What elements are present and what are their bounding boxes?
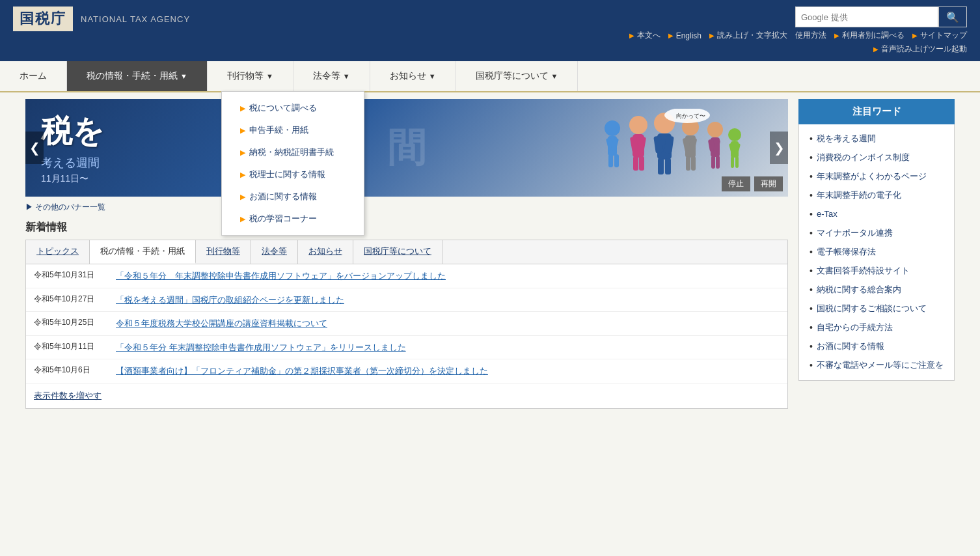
- sidebar-keyword-3[interactable]: • 年末調整手続の電子化: [810, 186, 944, 205]
- sidebar-keyword-9[interactable]: • 国税に関するご相談について: [810, 299, 944, 318]
- nav-tax-info[interactable]: 税の情報・手続・用紙▼: [67, 61, 208, 91]
- bullet-icon: •: [810, 189, 813, 202]
- nav-notices[interactable]: お知らせ▼: [370, 61, 456, 91]
- news-link-1[interactable]: 「税を考える週間」国税庁の取組紹介ページを更新しました: [116, 294, 344, 307]
- svg-text:向かって〜: 向かって〜: [676, 113, 705, 119]
- news-link-2[interactable]: 令和５年度税務大学校公開講座の講座資料掲載について: [116, 317, 327, 330]
- dropdown-item-0[interactable]: ▶ 税について調べる: [222, 97, 364, 119]
- svg-point-6: [629, 116, 647, 134]
- bullet-icon: •: [810, 245, 813, 259]
- bullet-icon: •: [810, 321, 813, 335]
- svg-rect-28: [711, 156, 715, 169]
- banner-subtitle: 考える週間: [41, 155, 104, 171]
- news-link-0[interactable]: 「令和５年分 年末調整控除申告書作成用ソフトウェア」をバージョンアップしました: [116, 270, 446, 283]
- sidebar-keyword-0[interactable]: • 税を考える週間: [810, 130, 944, 148]
- bullet-icon: •: [810, 132, 813, 146]
- dropdown-item-4[interactable]: ▶ お酒に関する情報: [222, 186, 364, 208]
- banner-stop-button[interactable]: 停止: [722, 176, 750, 191]
- main-content: 税を 考える週間 11月11日〜 間: [25, 99, 788, 409]
- bullet-icon: •: [810, 151, 813, 165]
- news-tabs: トピックス 税の情報・手続・用紙 刊行物等 法令等 お知らせ 国税庁等について: [25, 240, 788, 264]
- svg-rect-34: [731, 156, 734, 168]
- news-date-0: 令和5年10月31日: [34, 270, 105, 281]
- nav-home[interactable]: ホーム: [0, 61, 67, 91]
- sidebar-keyword-list: • 税を考える週間 • 消費税のインボイス制度 • 年末調整がよくわかるページ …: [798, 124, 955, 381]
- svg-point-24: [707, 122, 723, 137]
- news-link-4[interactable]: 【酒類事業者向け】「フロンティア補助金」の第２期採択事業者（第一次締切分）を決定…: [116, 365, 488, 378]
- top-nav: ▶本文へ ▶English ▶読み上げ・文字拡大 使用方法 ▶利用者別に調べる …: [629, 30, 967, 41]
- nav-laws[interactable]: 法令等▼: [293, 61, 370, 91]
- svg-rect-17: [665, 158, 671, 174]
- sidebar-keyword-8[interactable]: • 納税に関する総合案内: [810, 281, 944, 299]
- svg-rect-10: [633, 156, 638, 171]
- nav-about[interactable]: 国税庁等について▼: [456, 61, 578, 91]
- banner-controls: 停止 再開: [722, 176, 783, 191]
- top-nav-yomage[interactable]: ▶読み上げ・文字拡大: [709, 30, 787, 41]
- top-nav-english[interactable]: ▶English: [668, 30, 701, 41]
- table-row: 令和5年10月31日 「令和５年分 年末調整控除申告書作成用ソフトウェア」をバー…: [26, 264, 787, 288]
- sidebar-keyword-6[interactable]: • 電子帳簿保存法: [810, 243, 944, 262]
- bullet-icon: •: [810, 302, 813, 316]
- news-date-1: 令和5年10月27日: [34, 294, 105, 305]
- sidebar: 注目ワード • 税を考える週間 • 消費税のインボイス制度 • 年末調整がよくわ…: [798, 99, 955, 409]
- sidebar-keyword-2[interactable]: • 年末調整がよくわかるページ: [810, 167, 944, 186]
- news-section-title: 新着情報: [25, 221, 788, 234]
- search-button[interactable]: 🔍: [938, 7, 967, 27]
- news-tab-2[interactable]: 刊行物等: [196, 240, 251, 264]
- banner-prev-button[interactable]: ❮: [25, 132, 44, 164]
- sidebar-keyword-5[interactable]: • マイナポータル連携: [810, 224, 944, 243]
- news-date-2: 令和5年10月25日: [34, 317, 105, 328]
- svg-rect-35: [735, 156, 739, 168]
- news-tab-5[interactable]: 国税庁等について: [353, 240, 442, 264]
- top-nav-voice[interactable]: ▶音声読み上げツール起動: [873, 44, 967, 55]
- logo-kanji: 国税庁: [13, 7, 73, 31]
- bullet-icon: •: [810, 359, 813, 372]
- search-input[interactable]: [795, 7, 938, 27]
- bullet-icon: •: [810, 264, 813, 278]
- news-tab-4[interactable]: お知らせ: [298, 240, 353, 264]
- news-tab-1[interactable]: 税の情報・手続・用紙: [90, 240, 196, 264]
- header: 国税庁 NATIONAL TAX AGENCY 🔍 ▶本文へ ▶English …: [0, 0, 980, 60]
- banner-next-button[interactable]: ❯: [770, 132, 788, 164]
- top-nav-shiyo[interactable]: 使用方法: [795, 30, 826, 41]
- sidebar-keyword-1[interactable]: • 消費税のインボイス制度: [810, 148, 944, 167]
- svg-rect-11: [639, 156, 644, 171]
- banner-bg-text: 間: [387, 122, 426, 174]
- dropdown-menu: ▶ 税について調べる ▶ 申告手続・用紙 ▶ 納税・納税証明書手続 ▶ 税理士に…: [221, 91, 364, 236]
- other-banners-link[interactable]: ▶ その他のバナー一覧: [25, 202, 105, 212]
- top-nav-riyosha[interactable]: ▶利用者別に調べる: [834, 30, 905, 41]
- table-row: 令和5年10月27日 「税を考える週間」国税庁の取組紹介ページを更新しました: [26, 288, 787, 313]
- svg-rect-22: [686, 156, 690, 171]
- table-row: 令和5年10月25日 令和５年度税務大学校公開講座の講座資料掲載について: [26, 312, 787, 336]
- bullet-icon: •: [810, 208, 813, 221]
- sidebar-keyword-4[interactable]: • e-Tax: [810, 205, 944, 224]
- top-nav-honbun[interactable]: ▶本文へ: [629, 30, 660, 41]
- news-tab-3[interactable]: 法令等: [251, 240, 298, 264]
- news-tab-0[interactable]: トピックス: [26, 240, 90, 264]
- logo-english: NATIONAL TAX AGENCY: [81, 14, 190, 24]
- news-more-link[interactable]: 表示件数を増やす: [34, 391, 102, 400]
- dropdown-item-5[interactable]: ▶ 税の学習コーナー: [222, 208, 364, 230]
- svg-point-0: [605, 120, 620, 136]
- bullet-icon: •: [810, 227, 813, 240]
- sidebar-keyword-7[interactable]: • 文書回答手続特設サイト: [810, 262, 944, 281]
- sidebar-keyword-11[interactable]: • お酒に関する情報: [810, 337, 944, 356]
- dropdown-item-3[interactable]: ▶ 税理士に関する情報: [222, 163, 364, 186]
- table-row: 令和5年10月11日 「令和５年分 年末調整控除申告書作成用ソフトウェア」をリリ…: [26, 336, 787, 360]
- nav-publications[interactable]: 刊行物等▼: [208, 61, 293, 91]
- dropdown-item-2[interactable]: ▶ 納税・納税証明書手続: [222, 141, 364, 163]
- sidebar-keywords-title: 注目ワード: [798, 99, 955, 124]
- table-row: 令和5年10月6日 【酒類事業者向け】「フロンティア補助金」の第２期採択事業者（…: [26, 359, 787, 383]
- dropdown-item-1[interactable]: ▶ 申告手続・用紙: [222, 119, 364, 141]
- svg-rect-29: [716, 156, 720, 169]
- logo-area: 国税庁 NATIONAL TAX AGENCY: [13, 7, 190, 31]
- news-list: 令和5年10月31日 「令和５年分 年末調整控除申告書作成用ソフトウェア」をバー…: [25, 264, 788, 409]
- banner-resume-button[interactable]: 再開: [754, 176, 783, 191]
- bullet-icon: •: [810, 170, 813, 184]
- sidebar-keyword-10[interactable]: • 自宅からの手続方法: [810, 318, 944, 337]
- sidebar-keyword-12[interactable]: • 不審な電話やメール等にご注意を: [810, 356, 944, 375]
- banner: 税を 考える週間 11月11日〜 間: [25, 99, 788, 197]
- news-link-3[interactable]: 「令和５年分 年末調整控除申告書作成用ソフトウェア」をリリースしました: [116, 341, 406, 354]
- top-nav-sitemap[interactable]: ▶サイトマップ: [912, 30, 967, 41]
- svg-rect-4: [608, 154, 613, 167]
